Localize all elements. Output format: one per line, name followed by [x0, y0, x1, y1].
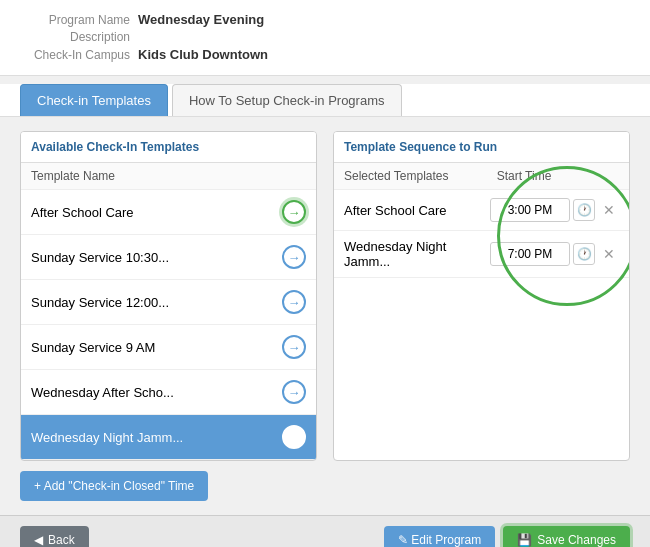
sequence-row-0: After School Care 🕐 ✕	[334, 190, 629, 231]
program-name-row: Program Name Wednesday Evening	[20, 12, 630, 27]
seq-col-time-header: Start Time	[479, 169, 569, 183]
template-item-label-0: After School Care	[31, 205, 134, 220]
campus-row: Check-In Campus Kids Club Downtown	[20, 47, 630, 62]
template-item-1[interactable]: Sunday Service 10:30... →	[21, 235, 316, 280]
template-list-header: Template Name	[21, 163, 316, 190]
seq-delete-btn-1[interactable]: ✕	[599, 244, 619, 264]
tab-checkin-templates[interactable]: Check-in Templates	[20, 84, 168, 116]
arrow-btn-1[interactable]: →	[282, 245, 306, 269]
template-item-label-4: Wednesday After Scho...	[31, 385, 174, 400]
main-content: Available Check-In Templates Template Na…	[0, 117, 650, 515]
left-panel: Available Check-In Templates Template Na…	[20, 131, 317, 461]
seq-clock-btn-1[interactable]: 🕐	[573, 243, 595, 265]
back-label: Back	[48, 533, 75, 547]
arrow-btn-4[interactable]: →	[282, 380, 306, 404]
arrow-btn-3[interactable]: →	[282, 335, 306, 359]
footer: ◀ Back ✎ Edit Program 💾 Save Changes	[0, 515, 650, 547]
template-item-label-5: Wednesday Night Jamm...	[31, 430, 183, 445]
seq-clock-btn-0[interactable]: 🕐	[573, 199, 595, 221]
seq-time-input-0[interactable]	[490, 198, 570, 222]
save-label: Save Changes	[537, 533, 616, 547]
page-container: Program Name Wednesday Evening Descripti…	[0, 0, 650, 547]
seq-delete-btn-0[interactable]: ✕	[599, 200, 619, 220]
right-panel-header: Template Sequence to Run	[334, 132, 629, 163]
program-name-label: Program Name	[20, 13, 130, 27]
program-info: Program Name Wednesday Evening Descripti…	[0, 0, 650, 76]
seq-name-0: After School Care	[344, 203, 490, 218]
sequence-header: Selected Templates Start Time	[334, 163, 629, 190]
template-item-label-1: Sunday Service 10:30...	[31, 250, 169, 265]
sequence-row-1: Wednesday NightJamm... 🕐 ✕	[334, 231, 629, 278]
edit-program-button[interactable]: ✎ Edit Program	[384, 526, 495, 547]
panels-row: Available Check-In Templates Template Na…	[20, 131, 630, 461]
back-button[interactable]: ◀ Back	[20, 526, 89, 547]
description-label: Description	[20, 30, 130, 44]
template-item-0[interactable]: After School Care →	[21, 190, 316, 235]
tabs-container: Check-in Templates How To Setup Check-in…	[0, 84, 650, 117]
template-item-3[interactable]: Sunday Service 9 AM →	[21, 325, 316, 370]
save-changes-button[interactable]: 💾 Save Changes	[503, 526, 630, 547]
template-item-4[interactable]: Wednesday After Scho... →	[21, 370, 316, 415]
program-name-value: Wednesday Evening	[138, 12, 264, 27]
arrow-btn-5[interactable]: →	[282, 425, 306, 449]
template-item-label-3: Sunday Service 9 AM	[31, 340, 155, 355]
back-icon: ◀	[34, 533, 43, 547]
right-panel: Template Sequence to Run Selected Templa…	[333, 131, 630, 461]
add-closed-time-button[interactable]: + Add "Check-in Closed" Time	[20, 471, 208, 501]
save-icon: 💾	[517, 533, 532, 547]
footer-right: ✎ Edit Program 💾 Save Changes	[384, 526, 630, 547]
campus-value: Kids Club Downtown	[138, 47, 268, 62]
tab-how-to[interactable]: How To Setup Check-in Programs	[172, 84, 402, 116]
left-panel-header: Available Check-In Templates	[21, 132, 316, 163]
seq-time-input-1[interactable]	[490, 242, 570, 266]
arrow-btn-0[interactable]: →	[282, 200, 306, 224]
template-item-label-2: Sunday Service 12:00...	[31, 295, 169, 310]
seq-name-1: Wednesday NightJamm...	[344, 239, 490, 269]
seq-col-name-header: Selected Templates	[344, 169, 479, 183]
template-item-5[interactable]: Wednesday Night Jamm... →	[21, 415, 316, 460]
template-item-2[interactable]: Sunday Service 12:00... →	[21, 280, 316, 325]
campus-label: Check-In Campus	[20, 48, 130, 62]
description-row: Description	[20, 30, 630, 44]
arrow-btn-2[interactable]: →	[282, 290, 306, 314]
